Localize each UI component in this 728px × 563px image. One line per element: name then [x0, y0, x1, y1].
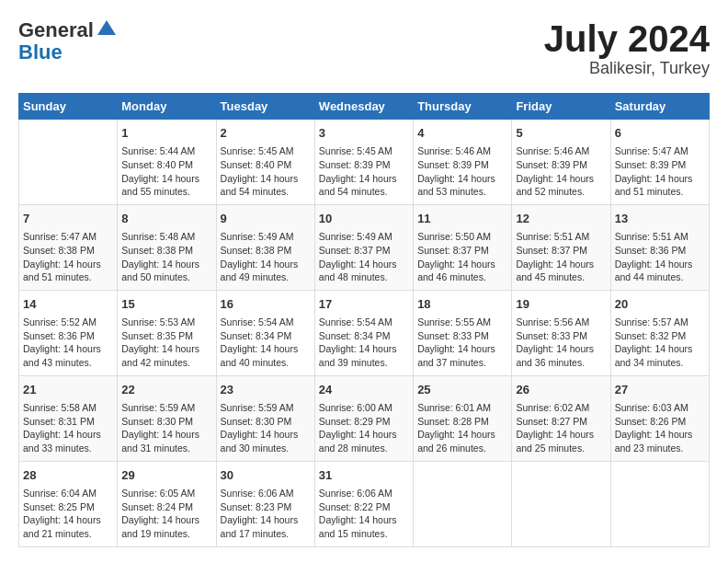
calendar-day-cell: 10Sunrise: 5:49 AM Sunset: 8:37 PM Dayli…: [314, 204, 413, 290]
day-info: Sunrise: 5:49 AM Sunset: 8:37 PM Dayligh…: [319, 230, 409, 284]
weekday-header-cell: Sunday: [19, 94, 118, 120]
day-info: Sunrise: 5:47 AM Sunset: 8:39 PM Dayligh…: [615, 144, 705, 199]
day-number: 25: [417, 382, 507, 398]
calendar-day-cell: 16Sunrise: 5:54 AM Sunset: 8:34 PM Dayli…: [216, 290, 314, 375]
calendar-day-cell: 28Sunrise: 6:04 AM Sunset: 8:25 PM Dayli…: [19, 461, 118, 546]
calendar-week-row: 14Sunrise: 5:52 AM Sunset: 8:36 PM Dayli…: [19, 290, 710, 375]
calendar-day-cell: 9Sunrise: 5:49 AM Sunset: 8:38 PM Daylig…: [216, 204, 314, 290]
day-number: 31: [319, 467, 409, 484]
day-number: 26: [516, 382, 606, 398]
day-info: Sunrise: 5:59 AM Sunset: 8:30 PM Dayligh…: [121, 401, 211, 455]
day-info: Sunrise: 5:49 AM Sunset: 8:38 PM Dayligh…: [221, 230, 311, 284]
calendar-day-cell: [512, 461, 610, 546]
day-number: 18: [417, 296, 507, 313]
calendar-week-row: 21Sunrise: 5:58 AM Sunset: 8:31 PM Dayli…: [19, 375, 710, 461]
day-number: 8: [121, 211, 211, 227]
day-info: Sunrise: 5:57 AM Sunset: 8:32 PM Dayligh…: [615, 316, 705, 370]
weekday-header-cell: Tuesday: [216, 94, 314, 120]
calendar-day-cell: 20Sunrise: 5:57 AM Sunset: 8:32 PM Dayli…: [610, 290, 709, 375]
day-info: Sunrise: 5:44 AM Sunset: 8:40 PM Dayligh…: [121, 144, 211, 199]
day-number: 29: [121, 467, 211, 484]
calendar-day-cell: 26Sunrise: 6:02 AM Sunset: 8:27 PM Dayli…: [512, 375, 610, 461]
day-number: 11: [417, 211, 507, 227]
day-info: Sunrise: 5:51 AM Sunset: 8:36 PM Dayligh…: [615, 230, 705, 284]
day-info: Sunrise: 5:56 AM Sunset: 8:33 PM Dayligh…: [516, 316, 606, 370]
day-info: Sunrise: 6:04 AM Sunset: 8:25 PM Dayligh…: [23, 487, 113, 541]
day-info: Sunrise: 5:46 AM Sunset: 8:39 PM Dayligh…: [516, 144, 606, 199]
day-number: 6: [615, 125, 705, 142]
calendar-day-cell: 25Sunrise: 6:01 AM Sunset: 8:28 PM Dayli…: [414, 375, 512, 461]
subtitle: Balikesir, Turkey: [544, 59, 710, 78]
day-info: Sunrise: 6:06 AM Sunset: 8:23 PM Dayligh…: [221, 487, 311, 541]
svg-marker-0: [97, 20, 116, 35]
calendar-week-row: 1Sunrise: 5:44 AM Sunset: 8:40 PM Daylig…: [19, 120, 710, 205]
day-number: 9: [221, 211, 311, 227]
weekday-header-cell: Wednesday: [314, 94, 413, 120]
calendar-day-cell: 8Sunrise: 5:48 AM Sunset: 8:38 PM Daylig…: [118, 204, 216, 290]
day-number: 30: [221, 467, 311, 484]
calendar-day-cell: 3Sunrise: 5:45 AM Sunset: 8:39 PM Daylig…: [314, 120, 413, 205]
calendar-body: 1Sunrise: 5:44 AM Sunset: 8:40 PM Daylig…: [19, 120, 710, 547]
calendar-day-cell: 18Sunrise: 5:55 AM Sunset: 8:33 PM Dayli…: [414, 290, 512, 375]
day-info: Sunrise: 5:45 AM Sunset: 8:39 PM Dayligh…: [319, 144, 409, 199]
day-number: 14: [23, 296, 113, 313]
weekday-header-cell: Friday: [512, 94, 610, 120]
day-info: Sunrise: 5:53 AM Sunset: 8:35 PM Dayligh…: [121, 316, 211, 370]
day-number: 10: [319, 211, 409, 227]
day-info: Sunrise: 5:54 AM Sunset: 8:34 PM Dayligh…: [221, 316, 311, 370]
day-info: Sunrise: 5:52 AM Sunset: 8:36 PM Dayligh…: [23, 316, 113, 370]
day-number: 13: [615, 211, 705, 227]
day-number: 4: [417, 125, 507, 142]
day-info: Sunrise: 5:55 AM Sunset: 8:33 PM Dayligh…: [417, 316, 507, 370]
logo: General Blue: [18, 18, 118, 63]
logo-general: General: [18, 18, 94, 41]
day-number: 15: [121, 296, 211, 313]
calendar-day-cell: 19Sunrise: 5:56 AM Sunset: 8:33 PM Dayli…: [512, 290, 610, 375]
day-info: Sunrise: 6:02 AM Sunset: 8:27 PM Dayligh…: [516, 401, 606, 455]
calendar-day-cell: 4Sunrise: 5:46 AM Sunset: 8:39 PM Daylig…: [414, 120, 512, 205]
day-info: Sunrise: 5:59 AM Sunset: 8:30 PM Dayligh…: [221, 401, 311, 455]
calendar-day-cell: 17Sunrise: 5:54 AM Sunset: 8:34 PM Dayli…: [314, 290, 413, 375]
calendar-day-cell: 12Sunrise: 5:51 AM Sunset: 8:37 PM Dayli…: [512, 204, 610, 290]
day-info: Sunrise: 6:06 AM Sunset: 8:22 PM Dayligh…: [319, 487, 409, 541]
day-number: 16: [221, 296, 311, 313]
calendar-day-cell: 14Sunrise: 5:52 AM Sunset: 8:36 PM Dayli…: [19, 290, 118, 375]
calendar-day-cell: 22Sunrise: 5:59 AM Sunset: 8:30 PM Dayli…: [118, 375, 216, 461]
weekday-header-cell: Saturday: [610, 94, 709, 120]
logo-icon: [96, 18, 118, 37]
weekday-header-row: SundayMondayTuesdayWednesdayThursdayFrid…: [19, 94, 710, 120]
calendar-day-cell: 13Sunrise: 5:51 AM Sunset: 8:36 PM Dayli…: [610, 204, 709, 290]
day-number: 3: [319, 125, 409, 142]
weekday-header-cell: Thursday: [414, 94, 512, 120]
logo-blue: Blue: [18, 40, 63, 63]
calendar-day-cell: 1Sunrise: 5:44 AM Sunset: 8:40 PM Daylig…: [118, 120, 216, 205]
day-number: 17: [319, 296, 409, 313]
calendar-day-cell: 5Sunrise: 5:46 AM Sunset: 8:39 PM Daylig…: [512, 120, 610, 205]
day-info: Sunrise: 5:46 AM Sunset: 8:39 PM Dayligh…: [417, 144, 507, 199]
calendar-day-cell: 21Sunrise: 5:58 AM Sunset: 8:31 PM Dayli…: [19, 375, 118, 461]
calendar-day-cell: [19, 120, 118, 205]
calendar-day-cell: 27Sunrise: 6:03 AM Sunset: 8:26 PM Dayli…: [610, 375, 709, 461]
day-number: 27: [615, 382, 705, 398]
calendar-day-cell: [414, 461, 512, 546]
day-number: 12: [516, 211, 606, 227]
day-number: 22: [121, 382, 211, 398]
calendar-day-cell: 30Sunrise: 6:06 AM Sunset: 8:23 PM Dayli…: [216, 461, 314, 546]
day-number: 28: [23, 467, 113, 484]
day-info: Sunrise: 5:45 AM Sunset: 8:40 PM Dayligh…: [221, 144, 311, 199]
calendar-day-cell: 7Sunrise: 5:47 AM Sunset: 8:38 PM Daylig…: [19, 204, 118, 290]
calendar-week-row: 28Sunrise: 6:04 AM Sunset: 8:25 PM Dayli…: [19, 461, 710, 546]
day-number: 21: [23, 382, 113, 398]
calendar-day-cell: 11Sunrise: 5:50 AM Sunset: 8:37 PM Dayli…: [414, 204, 512, 290]
day-number: 23: [221, 382, 311, 398]
day-info: Sunrise: 5:47 AM Sunset: 8:38 PM Dayligh…: [23, 230, 113, 284]
calendar-day-cell: 29Sunrise: 6:05 AM Sunset: 8:24 PM Dayli…: [118, 461, 216, 546]
day-info: Sunrise: 6:00 AM Sunset: 8:29 PM Dayligh…: [319, 401, 409, 455]
day-number: 20: [615, 296, 705, 313]
day-number: 5: [516, 125, 606, 142]
day-number: 24: [319, 382, 409, 398]
calendar-day-cell: 2Sunrise: 5:45 AM Sunset: 8:40 PM Daylig…: [216, 120, 314, 205]
weekday-header-cell: Monday: [118, 94, 216, 120]
day-number: 2: [221, 125, 311, 142]
calendar-day-cell: [610, 461, 709, 546]
